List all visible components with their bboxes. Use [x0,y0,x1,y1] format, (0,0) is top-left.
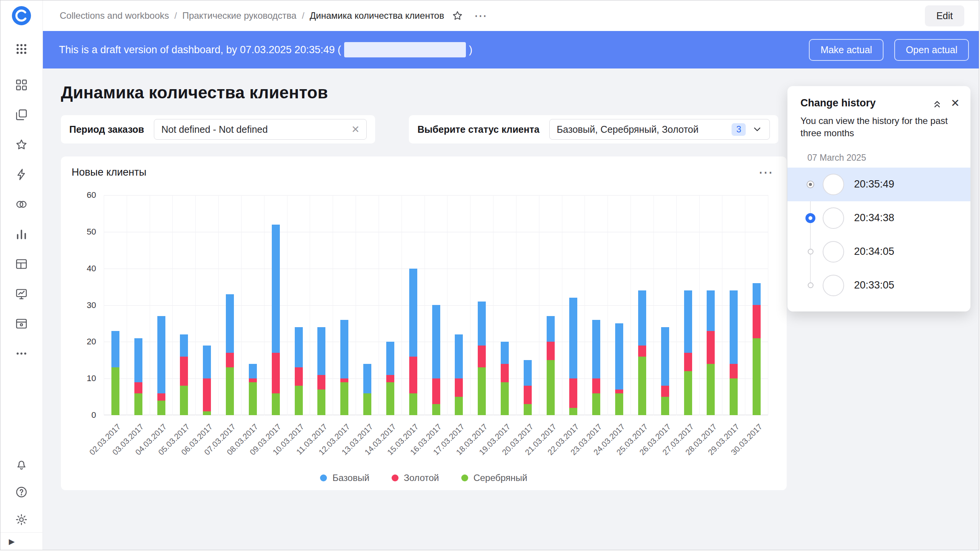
bar-segment-Серебряный [363,393,371,416]
draft-banner-prefix: This is a draft version of dashboard, by… [59,44,341,56]
stacked-bar[interactable] [547,316,555,415]
legend-item[interactable]: Базовый [320,473,369,483]
bar-segment-Серебряный [478,367,486,415]
stacked-bar[interactable] [524,360,532,415]
bar-segment-Базовый [547,316,555,342]
stacked-bar[interactable] [661,327,669,415]
bar-segment-Базовый [592,320,600,378]
legend-item[interactable]: Золотой [392,473,439,483]
stacked-bar[interactable] [615,323,623,415]
stacked-bar[interactable] [684,290,692,415]
breadcrumb-item[interactable]: Практические руководства [182,10,296,21]
stacked-bar[interactable] [295,327,303,415]
breadcrumb-menu-icon[interactable]: ⋯ [474,13,487,19]
stacked-bar[interactable] [226,294,234,415]
settings-gear-icon[interactable] [15,513,28,526]
history-radio-col [802,181,819,188]
stacked-bar[interactable] [455,334,463,415]
history-radio[interactable] [808,249,813,254]
status-filter: Выберите статус клиента Базовый, Серебря… [409,115,778,143]
category-cell [310,195,333,415]
stacked-bar[interactable] [638,290,646,415]
history-radio[interactable] [808,282,813,288]
stacked-bar[interactable] [501,342,509,415]
stacked-bar[interactable] [272,225,280,415]
history-item[interactable]: 20:33:05 [787,269,970,302]
stacked-bar[interactable] [317,327,325,415]
history-radio[interactable] [807,181,814,188]
stacked-bar[interactable] [386,342,394,415]
make-actual-button[interactable]: Make actual [809,39,884,61]
stacked-bar[interactable] [592,320,600,415]
chart-menu-icon[interactable]: ⋯ [758,170,776,175]
y-axis-label: 50 [73,227,96,237]
period-filter-input[interactable]: Not defined - Not defined ✕ [154,119,367,140]
history-item[interactable]: 20:35:49 [787,168,970,201]
workbooks-icon[interactable] [15,108,28,121]
datalens-logo[interactable] [11,6,31,26]
dashboards-monitor-icon[interactable] [15,287,28,300]
bar-segment-Золотой [386,375,394,382]
history-radio[interactable] [805,213,815,223]
stacked-bar[interactable] [249,364,257,415]
stacked-bar[interactable] [730,290,738,415]
legend-dot [320,474,327,481]
datasets-venn-icon[interactable] [15,198,28,211]
category-cell [608,195,630,415]
sidebar-expand-button[interactable]: ▶ [9,537,15,546]
category-cell [493,195,516,415]
bar-segment-Золотой [134,382,142,393]
bar-segment-Базовый [455,334,463,378]
legend-item[interactable]: Серебряный [461,473,528,483]
stacked-bar[interactable] [478,302,486,415]
stacked-bar[interactable] [340,320,348,415]
stacked-bar[interactable] [363,364,371,415]
stacked-bar[interactable] [157,316,165,415]
table-icon[interactable] [15,258,28,271]
stacked-bar[interactable] [180,334,188,415]
edit-button[interactable]: Edit [925,5,964,26]
open-actual-button[interactable]: Open actual [894,39,969,61]
charts-icon[interactable] [15,228,28,241]
history-title: Change history [800,97,923,109]
bar-segment-Базовый [707,290,715,331]
storage-box-icon[interactable] [15,317,28,330]
bar-segment-Базовый [340,320,348,378]
draft-banner-actions: Make actual Open actual [809,39,969,61]
breadcrumb-item[interactable]: Collections and workbooks [60,10,169,21]
history-item[interactable]: 20:34:38 [787,201,970,235]
notifications-bell-icon[interactable] [15,458,28,471]
category-cell [516,195,539,415]
bar-segment-Серебряный [317,390,325,415]
apps-grid-icon[interactable] [15,42,28,57]
bar-segment-Серебряный [295,386,303,415]
bar-segment-Серебряный [432,404,440,415]
stacked-bar[interactable] [569,298,577,415]
bar-segment-Серебряный [524,404,532,415]
bar-segment-Золотой [547,342,555,360]
history-time: 20:35:49 [854,178,894,190]
clear-icon[interactable]: ✕ [351,124,360,135]
category-cell [218,195,241,415]
collections-grid-icon[interactable] [15,78,28,91]
history-item[interactable]: 20:34:05 [787,235,970,269]
favorites-star-icon[interactable] [15,138,28,151]
help-icon[interactable] [15,486,28,499]
stacked-bar[interactable] [432,305,440,415]
bar-segment-Серебряный [638,357,646,415]
more-ellipsis-icon[interactable] [15,347,28,360]
bar-segment-Базовый [684,290,692,353]
stacked-bar[interactable] [134,338,142,415]
stacked-bar[interactable] [409,269,417,415]
chart-legend: БазовыйЗолотойСеребряный [72,473,776,483]
stacked-bar[interactable] [753,283,761,415]
close-icon[interactable]: ✕ [951,97,960,109]
bar-segment-Серебряный [730,378,738,415]
stacked-bar[interactable] [203,346,211,415]
collapse-icon[interactable] [932,98,942,109]
stacked-bar[interactable] [111,331,119,415]
stacked-bar[interactable] [707,290,715,415]
favorite-star-icon[interactable] [452,10,463,21]
connections-bolt-icon[interactable] [15,168,28,181]
status-filter-select[interactable]: Базовый, Серебряный, Золотой 3 [549,119,770,140]
